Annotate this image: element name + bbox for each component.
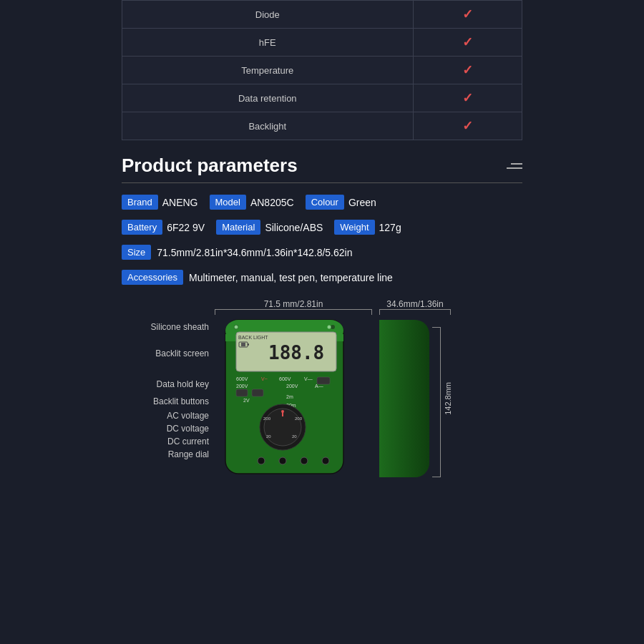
label-dc-voltage: DC voltage	[167, 424, 209, 434]
weight-label: Weight	[334, 220, 374, 235]
svg-text:600V: 600V	[236, 376, 248, 381]
right-bracket-container	[432, 327, 441, 477]
label-ac-voltage: AC voltage	[167, 411, 209, 421]
row-label: Data retention	[122, 84, 414, 112]
row-check: ✓	[413, 29, 522, 57]
material-label: Material	[216, 220, 260, 235]
svg-text:2m: 2m	[286, 394, 293, 399]
menu-line-1	[511, 163, 522, 165]
menu-line-2	[507, 167, 522, 169]
table-row: Diode✓	[122, 1, 522, 29]
left-labels: Silicone sheath Backlit screen Data hold…	[122, 316, 215, 481]
right-bracket-top	[432, 327, 441, 402]
row-size: Size 71.5mm/2.81in*34.6mm/1.36in*142.8/5…	[122, 245, 522, 260]
svg-text:20: 20	[266, 434, 271, 439]
svg-point-38	[328, 326, 331, 329]
svg-text:200V: 200V	[286, 384, 298, 389]
right-bracket-bottom	[432, 402, 441, 477]
label-backlit-buttons: Backlit buttons	[153, 396, 209, 406]
page-wrapper: Diode✓hFE✓Temperature✓Data retention✓Bac…	[0, 0, 644, 644]
right-dim-label: 142.8mm	[444, 382, 452, 415]
spec-table: Diode✓hFE✓Temperature✓Data retention✓Bac…	[122, 0, 522, 140]
left-bracket-right	[293, 309, 372, 315]
checkmark-icon: ✓	[462, 35, 473, 49]
diagram-main: Silicone sheath Backlit screen Data hold…	[122, 316, 522, 481]
params-title: Product parameters	[122, 155, 298, 177]
side-view	[379, 320, 429, 477]
left-bracket-left	[215, 309, 293, 315]
dim-top-left: 71.5 mm/2.81in	[264, 299, 323, 309]
dim-right-group: 34.6mm/1.36in	[379, 299, 451, 315]
dim-left-group: 71.5 mm/2.81in	[215, 299, 372, 315]
svg-point-33	[279, 457, 286, 464]
svg-point-37	[235, 326, 238, 329]
row-label: Temperature	[122, 57, 414, 84]
product-params-section: Product parameters Brand ANENG Model AN8…	[0, 140, 644, 299]
dim-top-right: 34.6mm/1.36in	[386, 299, 443, 309]
colour-label: Colour	[306, 195, 344, 210]
size-value: 71.5mm/2.81in*34.6mm/1.36in*142.8/5.62in	[157, 247, 352, 258]
size-label: Size	[122, 245, 151, 260]
params-divider	[122, 182, 522, 183]
svg-text:200: 200	[263, 416, 271, 421]
row-battery-material-weight: Battery 6F22 9V Material Silicone/ABS We…	[122, 220, 522, 235]
table-row: hFE✓	[122, 29, 522, 57]
table-row: Temperature✓	[122, 57, 522, 84]
label-backlit-screen: Backlit screen	[155, 348, 209, 358]
table-row: Data retention✓	[122, 84, 522, 112]
checkmark-icon: ✓	[462, 91, 473, 105]
checkmark-icon: ✓	[462, 119, 473, 133]
svg-rect-23	[252, 389, 263, 396]
row-label: Backlight	[122, 112, 414, 140]
label-range-dial: Range dial	[168, 449, 209, 459]
row-check: ✓	[413, 57, 522, 84]
svg-rect-22	[236, 389, 248, 396]
weight-value: 127g	[379, 222, 401, 233]
model-label: Model	[210, 195, 246, 210]
battery-label: Battery	[122, 220, 162, 235]
multimeter-diagram: 188.8 BACK LIGHT 600V V~ 600V V— 200V 20…	[215, 316, 379, 481]
right-bracket-left	[379, 309, 415, 315]
right-dimension: 142.8mm	[432, 316, 452, 481]
row-check: ✓	[413, 1, 522, 29]
diagram-section: 71.5 mm/2.81in 34.6mm/1.36in Silicone sh…	[0, 299, 644, 644]
svg-text:20: 20	[292, 434, 297, 439]
svg-text:200: 200	[295, 416, 303, 421]
svg-text:V~: V~	[261, 376, 268, 381]
row-check: ✓	[413, 112, 522, 140]
svg-rect-10	[248, 343, 249, 346]
material-value: Silicone/ABS	[265, 222, 323, 233]
svg-rect-9	[241, 343, 245, 346]
svg-text:200V: 200V	[236, 384, 248, 389]
multimeter-svg: 188.8 BACK LIGHT 600V V~ 600V V— 200V 20…	[215, 316, 379, 481]
row-label: hFE	[122, 29, 414, 57]
svg-text:V—: V—	[304, 376, 313, 381]
accessories-label: Accessories	[122, 270, 183, 285]
label-silicone-sheath: Silicone sheath	[151, 322, 209, 332]
colour-value: Green	[348, 197, 376, 208]
accessories-value: Multimeter, manual, test pen, temperatur…	[189, 272, 393, 283]
brand-label: Brand	[122, 195, 158, 210]
svg-text:188.8: 188.8	[268, 342, 324, 364]
label-data-hold-key: Data hold key	[157, 379, 209, 389]
svg-text:BACK LIGHT: BACK LIGHT	[238, 335, 268, 340]
table-row: Backlight✓	[122, 112, 522, 140]
brand-value: ANENG	[162, 197, 198, 208]
row-check: ✓	[413, 84, 522, 112]
svg-point-32	[258, 457, 265, 464]
svg-point-4	[331, 325, 335, 329]
params-header: Product parameters	[122, 155, 522, 177]
dimension-header: 71.5 mm/2.81in 34.6mm/1.36in	[122, 299, 522, 315]
svg-text:2V: 2V	[243, 398, 250, 403]
model-value: AN8205C	[250, 197, 294, 208]
right-bracket	[379, 309, 451, 315]
checkmark-icon: ✓	[462, 63, 473, 77]
svg-point-35	[322, 457, 329, 464]
menu-icon	[507, 163, 522, 169]
right-bracket-right	[415, 309, 451, 315]
svg-rect-36	[317, 377, 330, 384]
spec-table-section: Diode✓hFE✓Temperature✓Data retention✓Bac…	[0, 0, 644, 140]
battery-value: 6F22 9V	[167, 222, 205, 233]
row-label: Diode	[122, 1, 414, 29]
row-brand-model-colour: Brand ANENG Model AN8205C Colour Green	[122, 195, 522, 210]
